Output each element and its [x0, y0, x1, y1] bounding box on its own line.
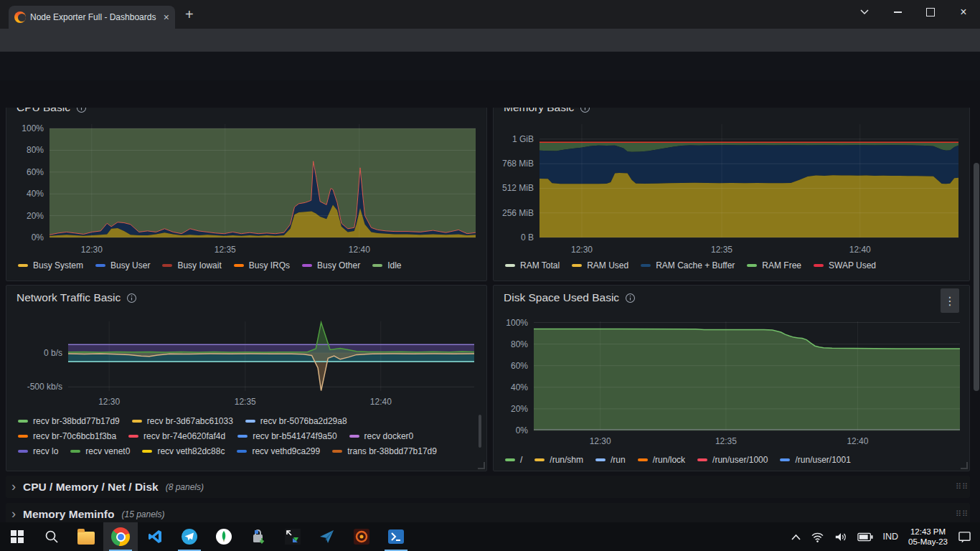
panel-title-memory[interactable]: Memory Basic [504, 108, 590, 114]
close-button[interactable]: × [947, 0, 980, 24]
info-icon[interactable] [76, 108, 87, 113]
panel-resize-handle[interactable] [961, 462, 968, 469]
tab-search-icon[interactable] [848, 0, 881, 24]
game-app-icon[interactable] [344, 522, 379, 551]
tab-close-icon[interactable]: × [164, 11, 169, 23]
legend-item[interactable]: /run/lock [638, 455, 685, 465]
legend-item[interactable]: RAM Free [747, 260, 801, 270]
legend-item[interactable]: recv br-b541474f9a50 [237, 431, 336, 441]
powershell-icon[interactable] [379, 522, 413, 551]
telegram-icon[interactable] [172, 522, 207, 551]
legend-item[interactable]: trans br-38bdd77b17d9 [332, 446, 437, 456]
svg-text:-500 kb/s: -500 kb/s [27, 382, 62, 392]
legend-swatch [814, 264, 824, 267]
page-scrollbar-thumb[interactable] [974, 163, 979, 391]
language-indicator[interactable]: IND [883, 532, 899, 542]
volume-icon[interactable] [834, 532, 847, 542]
svg-text:12:40: 12:40 [349, 245, 370, 255]
browser-tabstrip: Node Exporter Full - Dashboards × + × [0, 0, 980, 29]
screen-capture-app-icon[interactable] [275, 522, 310, 551]
legend-item[interactable]: /run [595, 455, 626, 465]
info-icon[interactable] [126, 293, 137, 303]
legend-item[interactable]: RAM Used [572, 260, 628, 270]
legend-swatch [162, 264, 172, 267]
vscode-icon[interactable] [138, 522, 172, 551]
row-cpu-memory-net-disk[interactable]: › CPU / Memory / Net / Disk (8 panels) ⠿… [6, 476, 970, 498]
legend-swatch [128, 435, 138, 438]
minimize-button[interactable] [881, 0, 914, 24]
maximize-button[interactable] [914, 0, 947, 24]
row-expand-chevron-icon: › [11, 507, 16, 522]
legend-item[interactable]: /run/user/1001 [780, 455, 850, 465]
legend-item[interactable]: recv br-3d67abc61033 [132, 416, 233, 426]
legend-item[interactable]: Idle [372, 260, 401, 270]
legend-item[interactable]: SWAP Used [814, 260, 876, 270]
legend-item[interactable]: / [505, 455, 522, 465]
legend-item[interactable]: recv br-38bdd77b17d9 [18, 416, 120, 426]
legend-swatch [349, 435, 359, 438]
lock-sync-app-icon[interactable] [241, 522, 275, 551]
action-center-icon[interactable] [958, 531, 971, 543]
svg-text:768 MiB: 768 MiB [502, 159, 534, 169]
mongodb-compass-icon[interactable] [207, 522, 241, 551]
network-chart[interactable]: 0 b/s-500 kb/s12:3012:3512:40 [8, 319, 481, 408]
svg-text:20%: 20% [27, 211, 44, 221]
legend-item[interactable]: Busy Other [302, 260, 360, 270]
browser-tab[interactable]: Node Exporter Full - Dashboards × [9, 6, 175, 29]
paper-plane-app-icon[interactable] [310, 522, 344, 551]
row-drag-handle[interactable]: ⠿⠿ [956, 485, 966, 489]
svg-text:60%: 60% [27, 167, 44, 177]
disk-chart[interactable]: 0%20%40%60%80%100%12:3012:3512:40 [495, 319, 969, 448]
memory-chart[interactable]: 0 B256 MiB512 MiB768 MiB1 GiB12:3012:351… [495, 120, 969, 256]
start-button[interactable] [0, 522, 34, 551]
legend-item[interactable]: Busy IRQs [234, 260, 290, 270]
legend-swatch [70, 450, 80, 453]
chrome-icon[interactable] [103, 522, 138, 551]
legend-swatch [234, 264, 244, 267]
legend-swatch [332, 450, 342, 453]
svg-text:0%: 0% [32, 232, 44, 242]
legend-item[interactable]: recv br-74e0620faf4d [128, 431, 225, 441]
legend-item[interactable]: /run/shm [534, 455, 583, 465]
svg-text:80%: 80% [27, 145, 44, 155]
panel-title-network[interactable]: Network Traffic Basic [17, 291, 137, 304]
legend-item[interactable]: recv venet0 [70, 446, 130, 456]
legend-item[interactable]: recv docker0 [349, 431, 414, 441]
row-drag-handle[interactable]: ⠿⠿ [956, 512, 966, 516]
tray-expand-caret-icon[interactable] [791, 534, 801, 540]
panel-menu-kebab-icon[interactable]: ⋮ [941, 288, 959, 313]
legend-item[interactable]: Busy User [95, 260, 150, 270]
legend-item[interactable]: recv vethd9ca299 [237, 446, 320, 456]
row-memory-meminfo[interactable]: › Memory Meminfo (15 panels) ⠿⠿ [6, 503, 970, 522]
svg-text:12:35: 12:35 [235, 397, 256, 407]
file-explorer-icon[interactable] [69, 522, 103, 551]
panel-title-cpu[interactable]: CPU Basic [17, 108, 87, 114]
legend-scrollbar[interactable] [479, 415, 481, 448]
taskbar-search-icon[interactable] [34, 522, 69, 551]
panel-title-disk[interactable]: Disk Space Used Basic [504, 291, 636, 304]
legend-swatch [142, 450, 152, 453]
wifi-icon[interactable] [811, 532, 824, 542]
new-tab-button[interactable]: + [185, 9, 194, 20]
svg-text:512 MiB: 512 MiB [502, 183, 534, 193]
legend-item[interactable]: recv br-70c6bcb1f3ba [18, 431, 116, 441]
legend-item[interactable]: RAM Cache + Buffer [641, 260, 735, 270]
tab-title: Node Exporter Full - Dashboards [30, 12, 159, 22]
legend-item[interactable]: recv veth82dc88c [142, 446, 225, 456]
cpu-chart[interactable]: 0%20%40%60%80%100%12:3012:3512:40 [8, 120, 481, 256]
legend-item[interactable]: recv lo [18, 446, 58, 456]
legend-item[interactable]: recv br-5076ba2d29a8 [245, 416, 347, 426]
panel-resize-handle[interactable] [478, 462, 485, 469]
info-icon[interactable] [580, 108, 590, 113]
battery-icon[interactable] [857, 532, 873, 542]
panel-cpu-basic: CPU Basic 0%20%40%60%80%100%12:3012:3512… [6, 108, 487, 281]
system-tray: IND 12:43 PM 05-May-23 [791, 527, 980, 547]
legend-item[interactable]: /run/user/1000 [697, 455, 768, 465]
legend-item[interactable]: Busy Iowait [162, 260, 221, 270]
info-icon[interactable] [625, 293, 636, 303]
legend-item[interactable]: Busy System [18, 260, 83, 270]
legend-item[interactable]: RAM Total [505, 260, 560, 270]
legend-swatch [372, 264, 382, 267]
taskbar-clock[interactable]: 12:43 PM 05-May-23 [908, 527, 948, 547]
legend-swatch [245, 420, 255, 423]
